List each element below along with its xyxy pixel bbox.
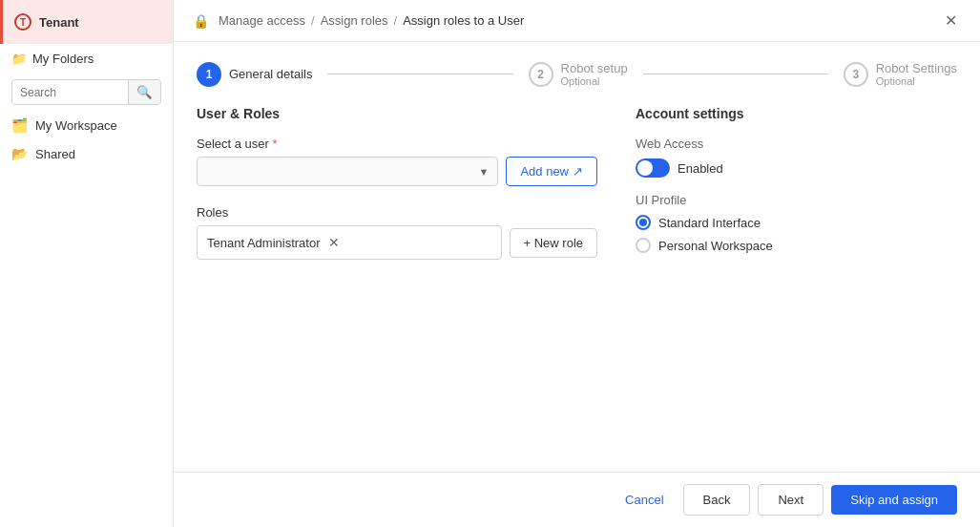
step-2-label: Robot setup Optional [561, 61, 628, 87]
radio-standard-interface[interactable]: Standard Interface [636, 215, 845, 230]
step-1-title: General details [229, 67, 312, 81]
footer: Cancel Back Next Skip and assign [174, 472, 980, 527]
role-tag-text: Tenant Administrator [207, 236, 321, 250]
cancel-button[interactable]: Cancel [614, 485, 675, 515]
enabled-label: Enabled [678, 161, 723, 176]
search-box: 🔍 [11, 79, 161, 105]
select-user-row: ▼ Add new ↗ [197, 157, 597, 186]
radio-standard-circle [636, 215, 651, 230]
select-user-label: Select a user * [197, 137, 597, 151]
web-access-label: Web Access [636, 137, 845, 151]
step-3-subtitle: Optional [876, 75, 957, 87]
close-button[interactable]: ✕ [941, 8, 961, 33]
web-access-section: Web Access Enabled [636, 137, 845, 178]
add-new-button[interactable]: Add new ↗ [506, 157, 597, 186]
role-tag-remove-button[interactable]: ✕ [326, 235, 342, 250]
step-2-circle: 2 [529, 62, 553, 87]
step-3: 3 Robot Settings Optional [844, 61, 957, 87]
search-container: 🔍 [0, 74, 173, 111]
breadcrumb-page-title: Assign roles to a User [403, 13, 524, 28]
step-connector-1 [327, 74, 512, 74]
personal-workspace-label: Personal Workspace [658, 239, 773, 253]
breadcrumb-sep-2: / [394, 13, 398, 28]
breadcrumb-manage-access[interactable]: Manage access [219, 13, 305, 28]
step-1-label: General details [229, 67, 312, 81]
role-tag-wrapper: Tenant Administrator ✕ [197, 225, 502, 260]
roles-field: Tenant Administrator ✕ + New role [197, 225, 597, 260]
breadcrumb-sep-1: / [311, 13, 315, 28]
step-3-title: Robot Settings [876, 61, 957, 75]
step-2-subtitle: Optional [561, 75, 628, 87]
search-button[interactable]: 🔍 [128, 80, 160, 104]
step-1-circle: 1 [197, 62, 221, 87]
breadcrumb: 🔒 Manage access / Assign roles / Assign … [193, 13, 524, 29]
role-tag: Tenant Administrator ✕ [207, 235, 342, 250]
sidebar-tenant-header[interactable]: T Tenant [0, 0, 173, 44]
ui-profile-section: UI Profile Standard Interface Personal W… [636, 193, 845, 253]
toggle-slider [636, 158, 670, 178]
step-connector-2 [643, 74, 828, 74]
account-settings-title: Account settings [636, 106, 845, 121]
sidebar: T Tenant 📁 My Folders 🔍 🗂️ My Workspace … [0, 0, 174, 527]
radio-personal-workspace[interactable]: Personal Workspace [636, 238, 845, 253]
ui-profile-label: UI Profile [636, 193, 845, 207]
step-3-circle: 3 [844, 62, 868, 87]
step-2: 2 Robot setup Optional [529, 61, 628, 87]
stepper: 1 General details 2 Robot setup Optional… [174, 42, 980, 96]
radio-personal-circle [636, 238, 651, 253]
back-button[interactable]: Back [683, 484, 751, 516]
workspace-label: My Workspace [35, 118, 117, 133]
sidebar-item-shared[interactable]: 📂 Shared [0, 139, 173, 168]
new-role-label: + New role [524, 236, 584, 250]
skip-assign-button[interactable]: Skip and assign [831, 485, 957, 515]
tenant-icon: T [14, 13, 31, 31]
search-icon: 🔍 [136, 85, 153, 99]
sidebar-item-my-folders[interactable]: 📁 My Folders [0, 44, 173, 74]
web-access-toggle[interactable] [636, 158, 670, 178]
user-roles-title: User & Roles [197, 106, 597, 121]
new-role-button[interactable]: + New role [510, 228, 598, 258]
user-roles-section: User & Roles Select a user * ▼ Add new [197, 106, 597, 462]
workspace-icon: 🗂️ [11, 117, 28, 133]
add-new-label: Add new [520, 164, 569, 179]
form-body: User & Roles Select a user * ▼ Add new [174, 96, 980, 472]
toggle-row: Enabled [636, 158, 845, 178]
select-user-field: Select a user * ▼ Add new ↗ [197, 137, 597, 186]
shared-icon: 📂 [11, 146, 28, 161]
sidebar-item-workspace[interactable]: 🗂️ My Workspace [0, 111, 173, 139]
step-1: 1 General details [197, 62, 312, 87]
breadcrumb-icon: 🔒 [193, 13, 209, 29]
tenant-label: Tenant [39, 15, 79, 30]
main-panel: 🔒 Manage access / Assign roles / Assign … [174, 0, 980, 527]
select-user-dropdown[interactable] [197, 157, 498, 186]
breadcrumb-assign-roles[interactable]: Assign roles [321, 13, 388, 28]
folder-icon: 📁 [11, 52, 27, 66]
ui-profile-radio-group: Standard Interface Personal Workspace [636, 215, 845, 253]
my-folders-label: My Folders [32, 52, 94, 66]
roles-field-group: Roles Tenant Administrator ✕ + New role [197, 205, 597, 260]
step-3-label: Robot Settings Optional [876, 61, 957, 87]
shared-label: Shared [35, 147, 75, 161]
account-settings-section: Account settings Web Access Enabled UI P… [636, 106, 845, 462]
step-2-title: Robot setup [561, 61, 628, 75]
external-link-icon: ↗ [573, 164, 583, 179]
next-button[interactable]: Next [758, 484, 824, 516]
roles-label: Roles [197, 205, 597, 220]
standard-interface-label: Standard Interface [658, 216, 761, 230]
topbar: 🔒 Manage access / Assign roles / Assign … [174, 0, 980, 42]
select-user-wrapper: ▼ [197, 157, 498, 186]
search-input[interactable] [12, 81, 128, 104]
